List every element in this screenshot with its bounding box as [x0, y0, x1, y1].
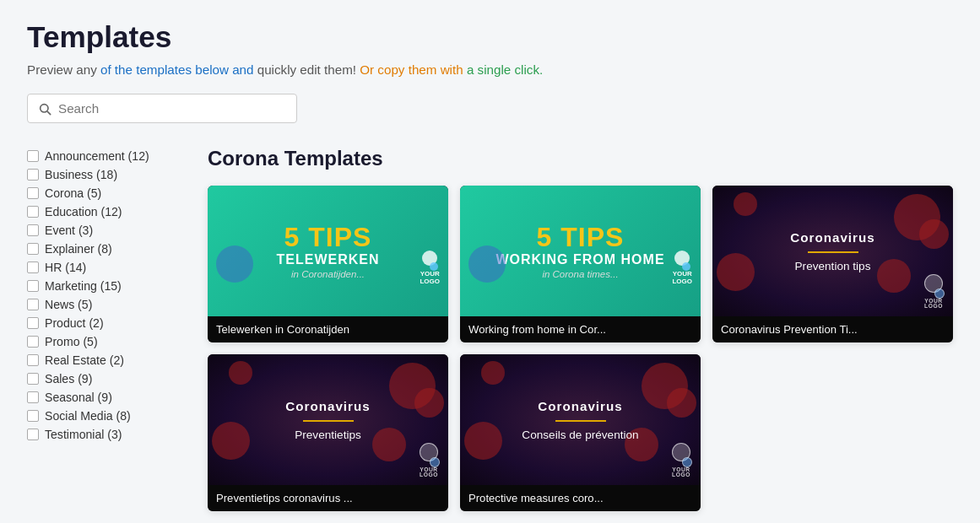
corona-title-line2: Prevention tips: [795, 260, 871, 272]
sidebar-item-10[interactable]: Promo (5): [27, 332, 187, 351]
thumbnail-prevention-tips-en: Coronavirus Prevention tips YOURLOGO: [712, 186, 953, 316]
page-container: Templates Preview any of the templates b…: [0, 0, 980, 523]
corona-title-line1: Coronavirus: [285, 399, 370, 413]
search-icon: [38, 102, 51, 116]
sidebar-label-13: Seasonal (9): [45, 391, 112, 404]
sidebar-label-1: Business (18): [45, 168, 117, 181]
tips-title: 5 TIPS: [284, 224, 372, 251]
svg-line-1: [47, 111, 50, 114]
search-bar[interactable]: [27, 94, 297, 123]
templates-grid: 5 TIPS TELEWERKEN in Coronatijden... YOU…: [208, 186, 953, 511]
sidebar-label-7: Marketing (15): [45, 279, 122, 293]
sidebar: Announcement (12) Business (18) Corona (…: [27, 147, 187, 511]
sidebar-checkbox-2[interactable]: [27, 187, 39, 199]
dark-content: Coronavirus Prevention tips: [712, 186, 953, 316]
sidebar-label-5: Explainer (8): [45, 242, 112, 256]
sidebar-label-15: Testimonial (3): [45, 428, 122, 441]
template-caption: Telewerken in Coronatijden: [208, 316, 448, 342]
sidebar-label-0: Announcement (12): [45, 149, 149, 163]
thumbnail-working-from-home: 5 TIPS WORKING FROM HOME in Corona times…: [460, 186, 701, 316]
sub-text: in Coronatijden...: [291, 269, 365, 279]
content-area: Announcement (12) Business (18) Corona (…: [27, 147, 953, 511]
template-card-telewerken[interactable]: 5 TIPS TELEWERKEN in Coronatijden... YOU…: [208, 186, 448, 342]
template-card-preventietips-nl[interactable]: Coronavirus Preventietips YOURLOGO Preve…: [208, 354, 448, 511]
sidebar-label-2: Corona (5): [45, 186, 101, 200]
sidebar-checkbox-4[interactable]: [27, 224, 39, 236]
sidebar-item-7[interactable]: Marketing (15): [27, 277, 187, 295]
logo-text: YOURLOGO: [672, 271, 692, 286]
thumbnail-telewerken: 5 TIPS TELEWERKEN in Coronatijden... YOU…: [208, 186, 448, 316]
sidebar-checkbox-10[interactable]: [27, 336, 39, 348]
dark-content: Coronavirus Preventietips: [208, 354, 448, 485]
sidebar-label-14: Social Media (8): [45, 409, 131, 423]
main-text: WORKING FROM HOME: [495, 252, 664, 267]
tips-title: 5 TIPS: [537, 224, 625, 251]
sidebar-checkbox-13[interactable]: [27, 391, 39, 403]
search-input[interactable]: [58, 101, 286, 116]
subtitle: Preview any of the templates below and q…: [27, 62, 953, 77]
sidebar-checkbox-14[interactable]: [27, 410, 39, 422]
sidebar-label-6: HR (14): [45, 261, 86, 274]
corona-title-line2: Conseils de prévention: [522, 429, 638, 441]
sidebar-checkbox-15[interactable]: [27, 429, 39, 440]
sidebar-checkbox-7[interactable]: [27, 280, 39, 292]
corona-divider: [303, 420, 354, 422]
logo-text: YOURLOGO: [420, 271, 440, 286]
sidebar-label-11: Real Estate (2): [45, 353, 124, 367]
virus-icon: [468, 245, 506, 283]
corona-title-line1: Coronavirus: [538, 399, 622, 413]
corona-title-line2: Preventietips: [295, 429, 361, 441]
subtitle-green: a single click.: [463, 62, 544, 77]
sidebar-item-4[interactable]: Event (3): [27, 221, 187, 240]
sidebar-checkbox-8[interactable]: [27, 299, 39, 310]
sidebar-checkbox-11[interactable]: [27, 354, 39, 366]
thumbnail-conseils-fr: Coronavirus Conseils de prévention YOURL…: [460, 354, 701, 485]
sidebar-item-8[interactable]: News (5): [27, 295, 187, 314]
sidebar-item-11[interactable]: Real Estate (2): [27, 351, 187, 369]
sidebar-label-9: Product (2): [45, 316, 104, 330]
sidebar-item-2[interactable]: Corona (5): [27, 184, 187, 202]
subtitle-blue: of the templates below and: [100, 62, 257, 77]
template-caption: Coronavirus Prevention Ti...: [712, 316, 953, 342]
corona-title-line1: Coronavirus: [790, 230, 874, 245]
sidebar-checkbox-3[interactable]: [27, 206, 39, 218]
sidebar-label-8: News (5): [45, 298, 92, 311]
sidebar-checkbox-0[interactable]: [27, 150, 39, 162]
virus-icon: [216, 245, 253, 283]
template-caption: Protective measures coro...: [460, 485, 701, 511]
sidebar-item-0[interactable]: Announcement (12): [27, 147, 187, 165]
template-card-prevention-tips-en[interactable]: Coronavirus Prevention tips YOURLOGO Cor…: [712, 186, 953, 342]
sidebar-item-13[interactable]: Seasonal (9): [27, 388, 187, 407]
sidebar-item-3[interactable]: Education (12): [27, 202, 187, 221]
main-text: TELEWERKEN: [277, 252, 380, 267]
sidebar-item-14[interactable]: Social Media (8): [27, 407, 187, 425]
sidebar-checkbox-6[interactable]: [27, 262, 39, 273]
logo-area: YOURLOGO: [420, 251, 440, 286]
sidebar-checkbox-5[interactable]: [27, 243, 39, 255]
template-caption: Working from home in Cor...: [460, 316, 701, 342]
sub-text: in Corona times...: [542, 269, 618, 279]
sidebar-item-15[interactable]: Testimonial (3): [27, 425, 187, 444]
sidebar-checkbox-12[interactable]: [27, 373, 39, 385]
page-title: Templates: [27, 20, 953, 54]
sidebar-label-12: Sales (9): [45, 372, 92, 386]
sidebar-checkbox-9[interactable]: [27, 317, 39, 329]
svg-point-0: [41, 104, 48, 111]
sidebar-checkbox-1[interactable]: [27, 169, 39, 181]
sidebar-item-6[interactable]: HR (14): [27, 258, 187, 277]
sidebar-item-5[interactable]: Explainer (8): [27, 240, 187, 258]
subtitle-orange: Or copy them with: [360, 62, 463, 77]
sidebar-item-9[interactable]: Product (2): [27, 314, 187, 332]
sidebar-item-12[interactable]: Sales (9): [27, 369, 187, 388]
corona-divider: [808, 251, 858, 253]
main-content: Corona Templates 5 TIPS TELEWERKEN in Co…: [208, 147, 953, 511]
template-caption: Preventietips coronavirus ...: [208, 485, 448, 511]
template-card-conseils-fr[interactable]: Coronavirus Conseils de prévention YOURL…: [460, 354, 701, 511]
sidebar-label-10: Promo (5): [45, 335, 98, 348]
sidebar-label-3: Education (12): [45, 205, 122, 218]
sidebar-item-1[interactable]: Business (18): [27, 165, 187, 184]
thumbnail-preventietips-nl: Coronavirus Preventietips YOURLOGO: [208, 354, 448, 485]
sidebar-label-4: Event (3): [45, 224, 93, 237]
template-card-working-from-home[interactable]: 5 TIPS WORKING FROM HOME in Corona times…: [460, 186, 701, 342]
section-title: Corona Templates: [208, 147, 953, 170]
